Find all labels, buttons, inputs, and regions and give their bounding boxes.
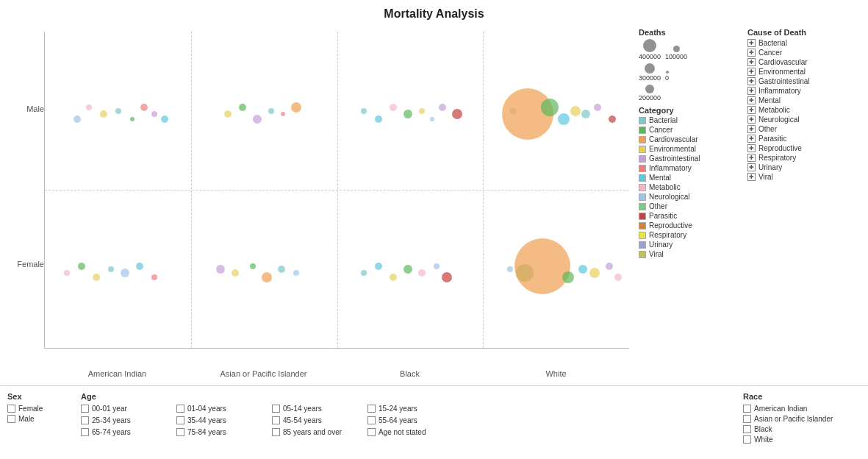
race-checkbox[interactable] — [743, 435, 751, 444]
sex-filter-item[interactable]: Female — [7, 405, 66, 413]
x-label-1: Asian or Pacific Islander — [190, 369, 337, 378]
cause-checkbox[interactable]: ✚ — [747, 163, 756, 171]
y-label-male: Male — [26, 104, 44, 113]
bubble — [232, 269, 239, 277]
cause-legend-item[interactable]: ✚Metabolic — [747, 106, 854, 114]
cause-checkbox[interactable]: ✚ — [747, 106, 756, 114]
cause-checkbox[interactable]: ✚ — [747, 87, 756, 95]
category-label: Bacterial — [649, 116, 678, 124]
age-filter-item[interactable]: 01-04 years — [176, 405, 265, 413]
cause-legend-item[interactable]: ✚Mental — [747, 96, 854, 104]
cause-legend-item[interactable]: ✚Reproductive — [747, 144, 854, 152]
age-filter-item[interactable]: 85 years and over — [272, 428, 360, 436]
size-circle-200k — [645, 85, 654, 93]
cause-legend-item[interactable]: ✚Bacterial — [747, 39, 854, 47]
age-filter-item[interactable]: 75-84 years — [176, 428, 265, 436]
cause-legend-item[interactable]: ✚Other — [747, 125, 854, 133]
category-legend-item: Mental — [639, 174, 742, 182]
category-color — [639, 174, 646, 182]
age-filter-item[interactable]: 05-14 years — [272, 405, 360, 413]
cause-label: Urinary — [758, 163, 782, 171]
right-panel: Deaths 400000 100000 300000 — [633, 24, 868, 385]
age-filter-item[interactable]: 45-54 years — [272, 416, 360, 424]
age-checkbox[interactable] — [367, 416, 376, 424]
bubble — [250, 263, 256, 269]
category-color — [639, 222, 646, 230]
sex-checkbox[interactable] — [7, 415, 15, 423]
age-filter-item[interactable]: 25-34 years — [81, 416, 169, 424]
age-checkbox[interactable] — [176, 416, 184, 424]
cause-checkbox[interactable]: ✚ — [747, 58, 756, 66]
size-circle-100k — [673, 46, 680, 52]
cause-legend-item[interactable]: ✚Urinary — [747, 163, 854, 171]
age-checkbox[interactable] — [176, 405, 184, 413]
cause-label: Mental — [758, 96, 781, 104]
age-checkbox[interactable] — [81, 416, 89, 424]
cause-legend-item[interactable]: ✚Parasitic — [747, 135, 854, 143]
category-label: Cardiovascular — [649, 135, 698, 143]
cause-checkbox[interactable]: ✚ — [747, 125, 756, 133]
category-legend: BacterialCancerCardiovascularEnvironment… — [639, 116, 742, 258]
age-checkbox[interactable] — [81, 405, 89, 413]
age-filter-item[interactable]: 35-44 years — [176, 416, 265, 424]
age-checkbox[interactable] — [367, 428, 376, 436]
legend-deaths: Deaths 400000 100000 300000 — [639, 28, 742, 382]
bottom-panel: Sex FemaleMale Age 00-01 year01-04 years… — [0, 385, 868, 459]
age-filter-item[interactable]: 55-64 years — [367, 416, 470, 424]
age-filter-item[interactable]: Age not stated — [367, 428, 470, 436]
age-checkbox[interactable] — [272, 405, 280, 413]
cause-checkbox[interactable]: ✚ — [747, 173, 756, 181]
cause-checkbox[interactable]: ✚ — [747, 115, 756, 124]
category-label: Inflammatory — [649, 164, 692, 172]
cause-checkbox[interactable]: ✚ — [747, 154, 756, 162]
cause-checkbox[interactable]: ✚ — [747, 39, 756, 47]
age-filter-item[interactable]: 65-74 years — [81, 428, 169, 436]
cause-checkbox[interactable]: ✚ — [747, 68, 756, 76]
bubble — [375, 263, 382, 270]
x-axis-labels: American Indian Asian or Pacific Islande… — [44, 369, 629, 378]
race-checkbox[interactable] — [743, 415, 751, 423]
age-filter-item[interactable]: 15-24 years — [367, 405, 470, 413]
y-axis-labels: Male Female — [4, 24, 44, 349]
age-checkbox[interactable] — [176, 428, 184, 436]
size-entry-200k: 200000 — [639, 85, 661, 102]
race-checkbox[interactable] — [743, 405, 751, 413]
cause-legend-item[interactable]: ✚Inflammatory — [747, 87, 854, 95]
cause-legend-item[interactable]: ✚Viral — [747, 173, 854, 181]
age-checkbox[interactable] — [81, 428, 89, 436]
cause-checkbox[interactable]: ✚ — [747, 96, 756, 104]
race-filter-item[interactable]: Black — [743, 425, 861, 433]
cause-legend-item[interactable]: ✚Neurological — [747, 115, 854, 124]
size-label-300k: 300000 — [639, 74, 661, 82]
x-label-0: American Indian — [44, 369, 190, 378]
race-filter-item[interactable]: American Indian — [743, 405, 861, 413]
age-checkbox[interactable] — [272, 416, 280, 424]
age-filter-title: Age — [81, 392, 728, 401]
plot-area — [44, 32, 629, 349]
sex-checkbox[interactable] — [7, 405, 15, 413]
bubble — [514, 238, 570, 294]
size-legend-row2: 300000 0 — [639, 63, 742, 82]
sex-label: Female — [18, 405, 43, 413]
cause-legend-item[interactable]: ✚Environmental — [747, 68, 854, 76]
bubble — [161, 115, 168, 123]
bubble — [281, 112, 285, 116]
cause-legend-items: ✚Bacterial✚Cancer✚Cardiovascular✚Environ… — [747, 39, 854, 181]
cause-checkbox[interactable]: ✚ — [747, 77, 756, 85]
race-filter-item[interactable]: Asian or Pacific Islander — [743, 415, 861, 423]
cause-legend-item[interactable]: ✚Respiratory — [747, 154, 854, 162]
bubble — [419, 108, 425, 114]
sex-filter-item[interactable]: Male — [7, 415, 66, 423]
race-checkbox[interactable] — [743, 425, 751, 433]
age-checkbox[interactable] — [367, 405, 376, 413]
cause-checkbox[interactable]: ✚ — [747, 49, 756, 57]
cause-legend-item[interactable]: ✚Cardiovascular — [747, 58, 854, 66]
size-label-200k: 200000 — [639, 94, 661, 102]
age-checkbox[interactable] — [272, 428, 280, 436]
race-filter-item[interactable]: White — [743, 435, 861, 444]
cause-legend-item[interactable]: ✚Gastrointestinal — [747, 77, 854, 85]
cause-checkbox[interactable]: ✚ — [747, 135, 756, 143]
age-filter-item[interactable]: 00-01 year — [81, 405, 169, 413]
cause-legend-item[interactable]: ✚Cancer — [747, 49, 854, 57]
cause-checkbox[interactable]: ✚ — [747, 144, 756, 152]
